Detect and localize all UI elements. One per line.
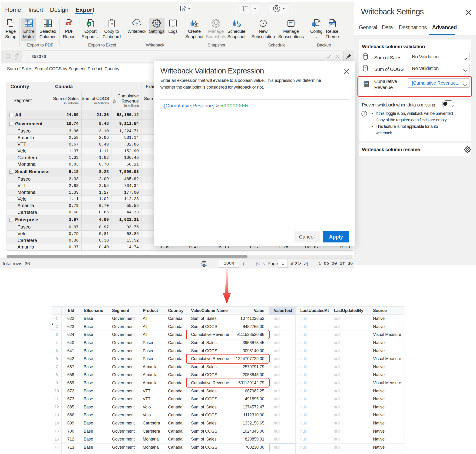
svg-text:JSON: JSON bbox=[329, 23, 335, 25]
svg-text:PDF: PDF bbox=[67, 23, 71, 25]
svg-text:X: X bbox=[88, 22, 90, 26]
